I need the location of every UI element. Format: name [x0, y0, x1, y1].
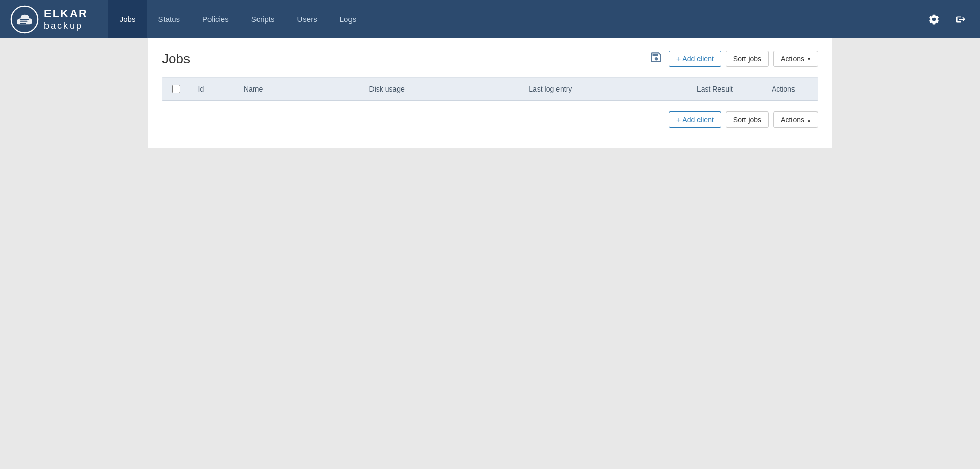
th-disk-usage: Disk usage	[361, 78, 521, 101]
th-id: Id	[190, 78, 236, 101]
settings-icon[interactable]	[925, 10, 943, 29]
nav-item-logs[interactable]: Logs	[329, 0, 368, 38]
brand-logo[interactable]: ELKAR backup	[10, 5, 88, 34]
logout-icon[interactable]	[951, 10, 970, 29]
sort-jobs-button-bottom[interactable]: Sort jobs	[726, 111, 769, 128]
select-all-checkbox[interactable]	[172, 85, 180, 93]
page-header: Jobs + Add client Sort jobs Actions ▾	[162, 51, 818, 67]
table-header: Id Name Disk usage Last log entry Last R…	[162, 78, 818, 101]
jobs-table-wrapper: Id Name Disk usage Last log entry Last R…	[162, 77, 818, 101]
actions-dropdown-button[interactable]: Actions ▾	[773, 51, 818, 67]
actions-dropdown-button-bottom[interactable]: Actions ▴	[773, 111, 818, 128]
main-nav: Jobs Status Policies Scripts Users Logs	[108, 0, 925, 38]
caret-down-icon: ▾	[808, 56, 810, 62]
th-last-log-entry: Last log entry	[521, 78, 681, 101]
nav-item-users[interactable]: Users	[286, 0, 329, 38]
main-content: Jobs + Add client Sort jobs Actions ▾	[137, 38, 843, 148]
nav-item-jobs[interactable]: Jobs	[108, 0, 147, 38]
th-name: Name	[236, 78, 361, 101]
th-last-result: Last Result	[681, 78, 749, 101]
nav-item-policies[interactable]: Policies	[191, 0, 240, 38]
header-actions: + Add client Sort jobs Actions ▾	[649, 51, 818, 67]
page-container: Jobs + Add client Sort jobs Actions ▾	[148, 38, 832, 148]
navbar-right	[925, 10, 970, 29]
navbar: ELKAR backup Jobs Status Policies Script…	[0, 0, 980, 38]
brand-icon	[10, 5, 39, 34]
brand-text: ELKAR backup	[44, 7, 88, 31]
add-client-button-bottom[interactable]: + Add client	[669, 111, 721, 128]
actions-label: Actions	[781, 55, 804, 63]
th-actions: Actions	[749, 78, 818, 101]
save-icon[interactable]	[649, 51, 663, 67]
add-client-button[interactable]: + Add client	[669, 51, 721, 67]
nav-item-scripts[interactable]: Scripts	[240, 0, 286, 38]
page-title: Jobs	[162, 51, 190, 67]
caret-up-icon: ▴	[808, 117, 810, 123]
sort-jobs-button[interactable]: Sort jobs	[726, 51, 769, 67]
actions-label-bottom: Actions	[781, 116, 804, 124]
bottom-actions: + Add client Sort jobs Actions ▴	[162, 111, 818, 128]
jobs-table: Id Name Disk usage Last log entry Last R…	[162, 78, 818, 101]
th-checkbox	[162, 78, 190, 101]
nav-item-status[interactable]: Status	[147, 0, 191, 38]
